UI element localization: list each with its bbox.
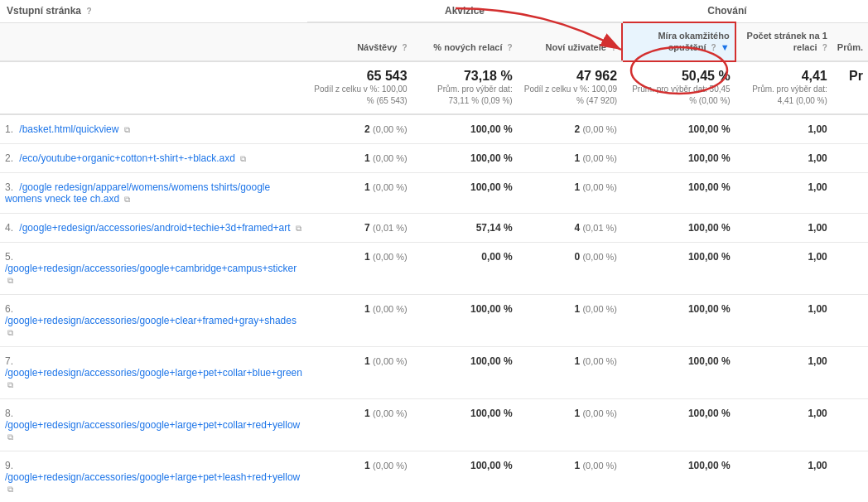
table-row: 7. /google+redesign/accessories/google+l…: [0, 346, 868, 398]
row-page-cell: 2. /eco/youtube+organic+cotton+t-shirt+-…: [0, 143, 307, 172]
table-row: 3. /google redesign/apparel/womens/women…: [0, 172, 868, 213]
external-link-icon[interactable]: ⧉: [296, 224, 301, 233]
totals-navstevy: 65 543 Podíl z celku v %: 100,00 % (65 5…: [307, 61, 412, 114]
sort-icon[interactable]: ▼: [721, 42, 730, 52]
external-link-icon[interactable]: ⧉: [7, 380, 13, 389]
row-mira: 100,00 %: [622, 294, 735, 346]
row-mira: 100,00 %: [622, 398, 735, 451]
external-link-icon[interactable]: ⧉: [124, 125, 130, 134]
row-number: 7.: [5, 355, 13, 367]
row-novi-uzivatele: 4 (0,01 %): [518, 213, 622, 242]
external-link-icon[interactable]: ⧉: [7, 328, 13, 337]
row-novi-uzivatele: 1 (0,00 %): [518, 346, 622, 398]
totals-novych-relaci: 73,18 % Prům. pro výběr dat: 73,11 % (0,…: [412, 61, 518, 114]
row-prumer: [832, 346, 868, 398]
page-link[interactable]: /eco/youtube+organic+cotton+t-shirt+-+bl…: [19, 152, 235, 164]
page-link[interactable]: /google+redesign/accessories/android+tec…: [19, 222, 290, 234]
row-navstevy: 1 (0,00 %): [307, 398, 412, 451]
row-number: 9.: [5, 460, 13, 471]
row-novych-relaci: 100,00 %: [412, 398, 518, 451]
row-page-cell: 9. /google+redesign/accessories/google+l…: [0, 451, 307, 502]
totals-mira: 50,45 % Prům. pro výběr dat: 50,45 % (0,…: [622, 61, 735, 114]
external-link-icon[interactable]: ⧉: [7, 432, 13, 442]
row-novi-uzivatele: 1 (0,00 %): [518, 451, 622, 502]
row-mira: 100,00 %: [622, 114, 735, 144]
row-page-cell: 5. /google+redesign/accessories/google+c…: [0, 242, 307, 294]
table-row: 2. /eco/youtube+organic+cotton+t-shirt+-…: [0, 143, 868, 172]
table-row: 9. /google+redesign/accessories/google+l…: [0, 451, 868, 502]
row-navstevy: 1 (0,00 %): [307, 294, 412, 346]
row-pocet-stranek: 1,00: [735, 346, 832, 398]
table-row: 6. /google+redesign/accessories/google+c…: [0, 294, 868, 346]
row-page-cell: 8. /google+redesign/accessories/google+l…: [0, 398, 307, 451]
row-page-cell: 3. /google redesign/apparel/womens/women…: [0, 172, 307, 213]
novych-relaci-help-icon[interactable]: ?: [508, 43, 513, 52]
page-link[interactable]: /google+redesign/accessories/google+clea…: [5, 315, 297, 326]
page-link[interactable]: /google+redesign/accessories/google+larg…: [5, 419, 300, 431]
row-pocet-stranek: 1,00: [735, 451, 832, 502]
row-navstevy: 1 (0,00 %): [307, 451, 412, 502]
vstupni-help-icon[interactable]: ?: [86, 7, 91, 16]
row-prumer: [832, 451, 868, 502]
row-prumer: [832, 242, 868, 294]
page-link[interactable]: /google+redesign/accessories/google+larg…: [5, 471, 300, 483]
mira-col-header: Míra okamžitého opuštění ? ▼: [622, 22, 735, 61]
row-number: 3.: [5, 181, 13, 193]
row-page-cell: 7. /google+redesign/accessories/google+l…: [0, 346, 307, 398]
row-prumer: [832, 172, 868, 213]
page-link[interactable]: /basket.html/quickview: [19, 123, 118, 135]
external-link-icon[interactable]: ⧉: [7, 276, 13, 285]
row-number: 1.: [5, 123, 13, 135]
row-prumer: [832, 294, 868, 346]
row-mira: 100,00 %: [622, 451, 735, 502]
row-novych-relaci: 100,00 %: [412, 172, 518, 213]
row-pocet-stranek: 1,00: [735, 143, 832, 172]
row-novi-uzivatele: 1 (0,00 %): [518, 172, 622, 213]
row-number: 2.: [5, 152, 13, 164]
row-navstevy: 2 (0,00 %): [307, 114, 412, 144]
row-mira: 100,00 %: [622, 242, 735, 294]
page-link[interactable]: /google redesign/apparel/womens/womens t…: [5, 181, 270, 205]
row-pocet-stranek: 1,00: [735, 294, 832, 346]
novi-uzivatele-help-icon[interactable]: ?: [611, 43, 616, 52]
vstupni-label: Vstupní stránka: [7, 5, 81, 17]
row-novi-uzivatele: 1 (0,00 %): [518, 398, 622, 451]
totals-empty-cell: [0, 61, 307, 114]
external-link-icon[interactable]: ⧉: [240, 154, 246, 163]
row-navstevy: 7 (0,01 %): [307, 213, 412, 242]
row-novi-uzivatele: 0 (0,00 %): [518, 242, 622, 294]
row-prumer: [832, 213, 868, 242]
row-pocet-stranek: 1,00: [735, 172, 832, 213]
table-row: 8. /google+redesign/accessories/google+l…: [0, 398, 868, 451]
row-number: 4.: [5, 222, 13, 234]
row-page-cell: 6. /google+redesign/accessories/google+c…: [0, 294, 307, 346]
navstevy-help-icon[interactable]: ?: [403, 43, 407, 52]
page-link[interactable]: /google+redesign/accessories/google+larg…: [5, 367, 302, 379]
external-link-icon[interactable]: ⧉: [7, 485, 13, 494]
totals-pocet-stranek: 4,41 Prům. pro výběr dat: 4,41 (0,00 %): [735, 61, 832, 114]
row-navstevy: 1 (0,00 %): [307, 143, 412, 172]
row-mira: 100,00 %: [622, 143, 735, 172]
row-page-cell: 1. /basket.html/quickview ⧉: [0, 114, 307, 144]
row-pocet-stranek: 1,00: [735, 114, 832, 144]
pocet-stranek-help-icon[interactable]: ?: [822, 43, 827, 52]
row-novych-relaci: 100,00 %: [412, 451, 518, 502]
row-prumer: [832, 114, 868, 144]
row-number: 8.: [5, 408, 13, 419]
table-body: 1. /basket.html/quickview ⧉ 2 (0,00 %) 1…: [0, 114, 868, 502]
row-navstevy: 1 (0,00 %): [307, 242, 412, 294]
akvizice-section-header: Akvizice: [307, 0, 622, 22]
row-novi-uzivatele: 1 (0,00 %): [518, 143, 622, 172]
mira-help-icon[interactable]: ?: [711, 43, 716, 52]
row-mira: 100,00 %: [622, 172, 735, 213]
table-row: 1. /basket.html/quickview ⧉ 2 (0,00 %) 1…: [0, 114, 868, 144]
page-link[interactable]: /google+redesign/accessories/google+camb…: [5, 263, 297, 274]
row-pocet-stranek: 1,00: [735, 398, 832, 451]
external-link-icon[interactable]: ⧉: [124, 195, 130, 204]
row-navstevy: 1 (0,00 %): [307, 346, 412, 398]
table-row: 4. /google+redesign/accessories/android+…: [0, 213, 868, 242]
section-header-row: Vstupní stránka ? Akvizice Chování: [0, 0, 868, 22]
row-novych-relaci: 100,00 %: [412, 346, 518, 398]
row-mira: 100,00 %: [622, 346, 735, 398]
row-novi-uzivatele: 1 (0,00 %): [518, 294, 622, 346]
